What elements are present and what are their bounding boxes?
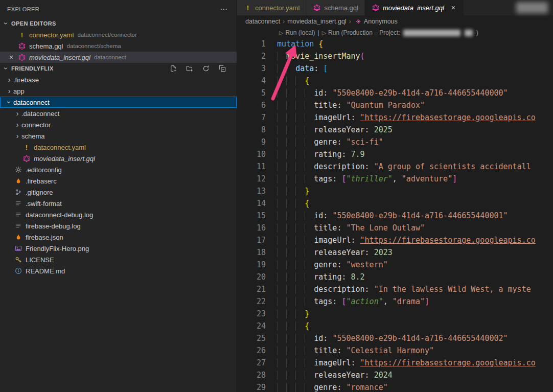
line-number: 18: [237, 246, 277, 259]
code-line-3[interactable]: 3 data: [: [237, 62, 553, 75]
breadcrumb-separator: ›: [347, 18, 354, 25]
collapse-all-icon[interactable]: [218, 64, 227, 73]
code-line-9[interactable]: 9 genre: "sci-fi": [237, 136, 553, 148]
file-LICENSE[interactable]: LICENSE: [0, 254, 237, 265]
new-file-icon[interactable]: [169, 64, 178, 73]
explorer-title: EXPLORER: [7, 6, 39, 12]
line-number: 28: [237, 369, 277, 381]
code-line-6[interactable]: 6 title: "Quantum Paradox": [237, 99, 553, 111]
line-number: 4: [237, 75, 277, 87]
code-line-16[interactable]: 16 title: "The Lone Outlaw": [237, 222, 553, 234]
new-folder-icon[interactable]: [185, 64, 194, 73]
folder-name: .dataconnect: [21, 110, 59, 118]
explorer-header: EXPLORER ⋯: [0, 0, 237, 18]
file-FriendlyFlix-Hero.png[interactable]: FriendlyFlix-Hero.png: [0, 243, 237, 254]
tab-label: schema.gql: [324, 4, 358, 12]
folder-name: .firebase: [13, 76, 39, 84]
breadcrumb-item[interactable]: moviedata_insert.gql: [287, 18, 346, 25]
code-line-12[interactable]: 12 tags: ["thriller", "adventure"]: [237, 173, 553, 185]
folder-.dataconnect[interactable]: .dataconnect: [0, 108, 237, 119]
file-.gitignore[interactable]: .gitignore: [0, 187, 237, 198]
line-number: 24: [237, 320, 277, 332]
file-dataconnect-debug.log[interactable]: dataconnect-debug.log: [0, 209, 237, 220]
run-production-label: Run (Production – Project:: [328, 29, 400, 36]
file-tree: .firebaseappdataconnect.dataconnectconne…: [0, 74, 237, 276]
folder-name: app: [13, 87, 25, 95]
file-path: dataconnect/connector: [77, 32, 136, 38]
code-line-26[interactable]: 26 title: "Celestial Harmony": [237, 344, 553, 357]
line-number: 17: [237, 234, 277, 246]
code-line-5[interactable]: 5 id: "550e8400-e29b-41d4-a716-446655440…: [237, 87, 553, 99]
tab-connector.yaml[interactable]: !connector.yaml: [237, 0, 306, 15]
code-line-21[interactable]: 21 description: "In the lawless Wild Wes…: [237, 283, 553, 295]
code-line-11[interactable]: 11 description: "A group of scientists a…: [237, 160, 553, 173]
file-path: dataconnect/schema: [66, 43, 121, 49]
file-moviedata_insert.gql[interactable]: moviedata_insert.gql: [0, 153, 237, 164]
run-production-button[interactable]: ▷ Run (Production – Project: ): [322, 29, 478, 36]
code-line-7[interactable]: 7 imageUrl: "https://firebasestorage.goo…: [237, 111, 553, 124]
tab-moviedata_insert.gql[interactable]: moviedata_insert.gql×: [365, 0, 464, 15]
file-dataconnect.yaml[interactable]: !dataconnect.yaml: [0, 142, 237, 153]
file-name: connector.yaml: [29, 31, 74, 39]
open-editor-connector.yaml[interactable]: !connector.yamldataconnect/connector: [0, 29, 237, 40]
editor-area: !connector.yamlschema.gqlmoviedata_inser…: [237, 0, 553, 392]
close-icon[interactable]: ×: [7, 54, 15, 61]
code-line-4[interactable]: 4 {: [237, 75, 553, 87]
redacted-editor-actions: [516, 2, 548, 13]
code-line-1[interactable]: 1mutation {: [237, 38, 553, 50]
folder-schema[interactable]: schema: [0, 130, 237, 142]
tab-label: moviedata_insert.gql: [383, 4, 444, 12]
more-actions-icon[interactable]: ⋯: [220, 5, 227, 13]
code-line-24[interactable]: 24 {: [237, 320, 553, 332]
code-line-10[interactable]: 10 rating: 7.9: [237, 148, 553, 160]
file-name: moviedata_insert.gql: [29, 54, 90, 61]
tab-bar: !connector.yamlschema.gqlmoviedata_inser…: [237, 0, 553, 15]
code-line-19[interactable]: 19 genre: "western": [237, 259, 553, 271]
image-icon: [14, 244, 23, 252]
lines-icon: [14, 211, 23, 219]
folder-dataconnect[interactable]: dataconnect: [0, 97, 237, 108]
code-line-17[interactable]: 17 imageUrl: "https://firebasestorage.go…: [237, 234, 553, 246]
open-editor-schema.gql[interactable]: schema.gqldataconnect/schema: [0, 40, 237, 52]
code-line-28[interactable]: 28 releaseYear: 2024: [237, 369, 553, 381]
run-local-button[interactable]: ▷ Run (local): [279, 29, 315, 36]
open-editors-header[interactable]: OPEN EDITORS: [0, 18, 237, 29]
file-.editorconfig[interactable]: .editorconfig: [0, 164, 237, 175]
folder-.firebase[interactable]: .firebase: [0, 74, 237, 85]
play-icon: ▷: [322, 30, 326, 36]
code-line-18[interactable]: 18 releaseYear: 2023: [237, 246, 553, 259]
code-line-8[interactable]: 8 releaseYear: 2025: [237, 124, 553, 136]
code-line-23[interactable]: 23 }: [237, 308, 553, 320]
graphql-icon: [312, 4, 321, 12]
vscode-window: EXPLORER ⋯ OPEN EDITORS !connector.yamld…: [0, 0, 553, 392]
file-.swift-format[interactable]: .swift-format: [0, 198, 237, 209]
folder-app[interactable]: app: [0, 85, 237, 97]
firebase-icon: [14, 233, 23, 241]
folder-connector[interactable]: connector: [0, 119, 237, 130]
breadcrumb-separator: ›: [280, 18, 287, 25]
breadcrumb-item[interactable]: Anonymous: [364, 18, 398, 25]
line-number: 12: [237, 173, 277, 185]
file-firebase.json[interactable]: firebase.json: [0, 232, 237, 243]
code-line-13[interactable]: 13 }: [237, 185, 553, 197]
breadcrumb-item[interactable]: dataconnect: [245, 18, 280, 25]
code-lines: 1mutation {2 movie_insertMany(3 data: [4…: [237, 38, 553, 392]
file-firebase-debug.log[interactable]: firebase-debug.log: [0, 220, 237, 232]
code-line-2[interactable]: 2 movie_insertMany(: [237, 50, 553, 62]
code-line-29[interactable]: 29 genre: "romance": [237, 381, 553, 392]
code-line-15[interactable]: 15 id: "550e8400-e29b-41d4-a716-44665544…: [237, 210, 553, 222]
code-line-22[interactable]: 22 tags: ["action", "drama"]: [237, 295, 553, 308]
open-editor-moviedata_insert.gql[interactable]: ×moviedata_insert.gqldataconnect: [0, 52, 237, 63]
refresh-icon[interactable]: [201, 64, 211, 73]
close-icon[interactable]: ×: [449, 4, 457, 11]
tab-schema.gql[interactable]: schema.gql: [306, 0, 364, 15]
file-.firebaserc[interactable]: .firebaserc: [0, 175, 237, 187]
code-line-20[interactable]: 20 rating: 8.2: [237, 271, 553, 283]
line-number: 5: [237, 87, 277, 99]
workspace-header[interactable]: FRIENDLYFLIX: [0, 63, 237, 74]
code-line-27[interactable]: 27 imageUrl: "https://firebasestorage.go…: [237, 357, 553, 369]
workspace-actions: [169, 64, 237, 73]
code-line-25[interactable]: 25 id: "550e8400-e29b-41d4-a716-44665544…: [237, 332, 553, 344]
code-line-14[interactable]: 14 {: [237, 197, 553, 210]
file-README.md[interactable]: README.md: [0, 265, 237, 276]
